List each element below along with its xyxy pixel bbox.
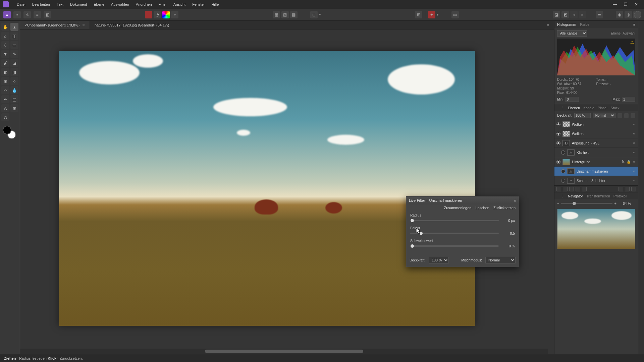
tb-sel-invert-icon[interactable]: ▩ <box>290 11 298 18</box>
persona-develop-icon[interactable]: ✲ <box>23 11 31 18</box>
tool-fill-icon[interactable]: ◢ <box>10 59 18 67</box>
close-icon[interactable]: × <box>82 22 85 27</box>
tb-snap2-icon[interactable]: ◎ <box>625 11 632 18</box>
scrollbar-thumb[interactable] <box>205 350 363 353</box>
layer-fx-icon[interactable] <box>569 187 574 191</box>
hist-selection-button[interactable]: Auswahl <box>623 32 635 35</box>
tool-view-icon[interactable]: ⌕ <box>1 32 9 40</box>
foreground-color-swatch[interactable] <box>3 126 11 134</box>
min-input[interactable] <box>566 97 579 102</box>
window-minimize-icon[interactable]: — <box>610 1 620 8</box>
tab-protokoll[interactable]: Protokoll <box>613 194 627 198</box>
window-restore-icon[interactable]: ❐ <box>621 1 631 8</box>
tab-transform[interactable]: Transformieren <box>586 194 610 198</box>
slider-knob[interactable] <box>410 244 414 248</box>
action-delete[interactable]: Löschen <box>475 206 489 210</box>
slider-value[interactable]: 0 px <box>501 219 515 223</box>
menu-ansicht[interactable]: Ansicht <box>170 1 189 8</box>
hist-layer-button[interactable]: Ebene <box>611 32 621 35</box>
zoom-in-icon[interactable]: + <box>614 201 616 205</box>
layers-opt1-icon[interactable] <box>618 113 622 118</box>
tb-assistant-icon[interactable]: ▭ <box>451 11 459 18</box>
slider-track[interactable] <box>410 245 499 247</box>
persona-export-icon[interactable]: ◧ <box>44 11 51 18</box>
zoom-out-icon[interactable]: − <box>557 201 559 205</box>
menu-ebene[interactable]: Ebene <box>90 1 108 8</box>
visibility-toggle-icon[interactable] <box>556 141 560 145</box>
tb-sel-new-icon[interactable]: ▦ <box>273 11 280 18</box>
layer-mask-icon[interactable] <box>556 187 561 191</box>
layer-row[interactable]: Hintergrundfx🔒○ <box>554 157 638 167</box>
menu-datei[interactable]: Datei <box>13 1 29 8</box>
tool-marquee-icon[interactable]: ▭ <box>10 41 18 49</box>
tb-arrange-front-icon[interactable]: ◩ <box>561 11 569 18</box>
tool-dodge-icon[interactable]: ○ <box>10 77 18 85</box>
visibility-toggle-icon[interactable] <box>556 160 560 164</box>
tool-brushsel-icon[interactable]: ✎ <box>10 50 18 58</box>
layer-dot-icon[interactable]: ○ <box>632 160 636 164</box>
tool-smudge-icon[interactable]: 〰 <box>1 86 9 94</box>
layer-adjust-icon[interactable] <box>563 187 568 191</box>
dlg-opacity-select[interactable]: 100 % <box>429 257 449 263</box>
tool-crop-icon[interactable]: ◫ <box>10 32 18 40</box>
opacity-field[interactable]: 100 % <box>574 113 591 118</box>
navigator-preview[interactable] <box>557 209 635 249</box>
menu-filter[interactable]: Filter <box>155 1 170 8</box>
tb-mask-icon[interactable]: ◔ <box>154 11 161 18</box>
layer-dot-icon[interactable]: ○ <box>632 179 636 183</box>
layer-row[interactable]: △Unscharf maskieren○ <box>554 167 638 176</box>
tab-stock[interactable]: Stock <box>611 106 620 110</box>
horizontal-scrollbar[interactable] <box>20 349 548 354</box>
channel-select[interactable]: Alle Kanäle <box>557 30 587 37</box>
tool-move-icon[interactable]: ▴ <box>10 23 18 31</box>
tb-arrange-back-icon[interactable]: ◪ <box>553 11 560 18</box>
tb-autolevel-icon[interactable]: ✦ <box>428 11 435 18</box>
fx-icon[interactable]: fx <box>621 160 625 164</box>
layer-lock-icon[interactable] <box>582 187 587 191</box>
tb-quickmask-icon[interactable]: ◻ <box>310 11 318 18</box>
slider-value[interactable]: 0 % <box>501 244 515 248</box>
tool-zoom-icon[interactable]: ⊚ <box>1 113 9 121</box>
layer-dot-icon[interactable]: ○ <box>632 122 636 126</box>
tool-select-icon[interactable]: ◊ <box>1 41 9 49</box>
tab-kanaele[interactable]: Kanäle <box>583 106 594 110</box>
window-close-icon[interactable]: ✕ <box>631 1 641 8</box>
tool-blur-icon[interactable]: 💧 <box>10 86 18 94</box>
close-icon[interactable]: × <box>546 22 549 27</box>
tool-hand-icon[interactable]: ✋ <box>1 23 9 31</box>
layer-dot-icon[interactable]: ○ <box>632 150 636 155</box>
tool-paint-icon[interactable]: 🖌 <box>1 59 9 67</box>
tb-colorwheel-icon[interactable] <box>162 11 170 18</box>
zoom-slider[interactable] <box>561 203 612 204</box>
tb-swatch-icon[interactable] <box>145 11 152 18</box>
layer-crop-icon[interactable] <box>576 187 580 191</box>
right-collapsed-panels[interactable] <box>638 21 644 354</box>
persona-photo-icon[interactable]: ▲ <box>3 11 11 18</box>
layer-row[interactable]: ✦Schatten & Lichter○ <box>554 176 638 185</box>
blend-mode-select[interactable]: Normal <box>593 113 615 118</box>
layer-group-icon[interactable] <box>619 187 623 191</box>
visibility-toggle-icon[interactable] <box>556 132 560 136</box>
canvas-viewport[interactable] <box>20 29 554 354</box>
tab-histogram[interactable]: Histogramm <box>557 22 576 26</box>
menu-dokument[interactable]: Dokument <box>67 1 90 8</box>
max-input[interactable] <box>622 97 635 102</box>
layer-dot-icon[interactable]: ○ <box>632 141 636 145</box>
menu-auswaehlen[interactable]: Auswählen <box>108 1 132 8</box>
menu-hilfe[interactable]: Hilfe <box>208 1 222 8</box>
chevron-down-icon[interactable]: ▾ <box>437 12 439 17</box>
layer-row[interactable]: △Klarheit○ <box>554 148 638 157</box>
layer-add-icon[interactable] <box>625 187 630 191</box>
chevron-down-icon[interactable]: ▾ <box>319 12 321 17</box>
dlg-blend-select[interactable]: Normal <box>485 257 516 263</box>
layers-opt2-icon[interactable] <box>624 113 629 118</box>
tb-arrange-next-icon[interactable]: ► <box>579 11 586 18</box>
layers-opt3-icon[interactable] <box>631 113 635 118</box>
tool-erase-icon[interactable]: ◨ <box>10 68 18 76</box>
tab-doc-0[interactable]: <Unbenannt> [Geändert] (70,8%) × <box>20 21 90 29</box>
tool-flood-icon[interactable]: ▼ <box>1 50 9 58</box>
layer-dot-icon[interactable]: ○ <box>632 169 636 173</box>
layer-row[interactable]: ◐Anpassung - HSL○ <box>554 138 638 148</box>
tb-snap-icon[interactable]: ◉ <box>616 11 623 18</box>
visibility-toggle-icon[interactable] <box>556 122 560 126</box>
